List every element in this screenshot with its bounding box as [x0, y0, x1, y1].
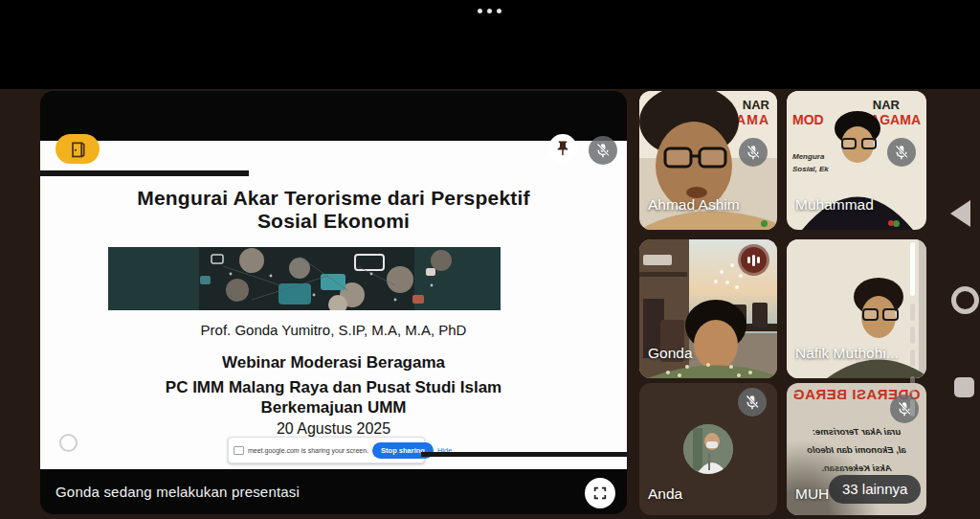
door-reaction-badge — [56, 134, 100, 164]
participant-name: Muhammad — [795, 196, 874, 214]
scrollbar-dash — [910, 327, 915, 344]
scrollbar-dash — [910, 399, 915, 417]
participant-tile-muhammad[interactable]: NAR MOD ERAGAMA Mengura Sosial, Ek Muham… — [787, 91, 926, 230]
slide-event-line2: PC IMM Malang Raya dan Pusat Studi Islam — [40, 378, 627, 397]
participant-name: Gonda — [648, 345, 693, 362]
banner-decor-dot — [893, 220, 900, 227]
fullscreen-icon — [592, 485, 608, 501]
slide-title-line2: Sosial Ekonomi — [257, 210, 410, 232]
meet-call-window: Mengurai Akar Terorisme dari PerspektifS… — [0, 0, 980, 519]
presenting-caption: Gonda sedang melakukan presentasi — [56, 484, 300, 500]
screencast-icon — [234, 446, 244, 455]
slide-divider-bottom — [421, 452, 627, 457]
mic-off-icon — [887, 138, 916, 167]
participants-scrollbar[interactable] — [910, 242, 915, 424]
pushpin-glyph — [554, 140, 571, 157]
participant-name: Anda — [648, 485, 682, 503]
speaking-indicator-icon — [741, 247, 767, 273]
share-banner-message: meet.google.com is sharing your screen. — [248, 447, 368, 454]
faint-slide-control-icon — [59, 434, 78, 452]
mic-off-icon — [589, 136, 617, 165]
slide-event-line3: Berkemajuan UMM — [40, 398, 627, 417]
participant-tile-nafik[interactable]: Nafik Muthohi... — [787, 239, 926, 378]
shared-slide: Mengurai Akar Terorisme dari PerspektifS… — [40, 141, 627, 469]
slide-divider-top — [40, 170, 249, 176]
participant-tile-ahmad-ashim[interactable]: NAR ERAGAMA Ahmad Ashim — [639, 91, 777, 230]
slide-date: 20 Agustus 2025 — [40, 420, 627, 438]
pin-icon[interactable] — [548, 134, 577, 163]
participant-tile-anda-self[interactable]: Anda — [639, 383, 777, 515]
fullscreen-button[interactable] — [585, 478, 615, 508]
slide-title: Mengurai Akar Terorisme dari PerspektifS… — [40, 187, 627, 233]
scrollbar-dash — [910, 350, 915, 367]
mic-off-icon — [739, 138, 768, 167]
more-participants-badge[interactable]: 33 lainnya — [829, 475, 921, 504]
slide-title-line1: Mengurai Akar Terorisme dari Perspektif — [137, 187, 529, 209]
banner-decor-dot — [761, 220, 768, 227]
android-recents-button[interactable] — [954, 377, 974, 397]
android-home-button[interactable] — [951, 286, 979, 314]
scrollbar-thumb[interactable] — [910, 242, 915, 296]
banner-decor-dot — [888, 220, 894, 226]
collage-graphic — [108, 247, 501, 310]
slide-speaker-line: Prof. Gonda Yumitro, S.IP, M.A, M.A, PhD — [40, 322, 627, 338]
participant-tile-muh-overflow[interactable]: ODERASI BERAG urai Akar Terorisme: al, E… — [787, 383, 926, 515]
slide-event-line1: Webinar Moderasi Beragama — [40, 353, 627, 372]
participant-tile-gonda-speaking[interactable]: Gonda — [639, 239, 777, 378]
window-drag-handle-icon[interactable] — [478, 9, 501, 13]
avatar-photo — [683, 424, 733, 474]
screen-share-banner: meet.google.com is sharing your screen. … — [228, 437, 425, 463]
self-avatar — [683, 424, 733, 474]
mic-off-icon — [738, 388, 767, 417]
faces-collage-image — [108, 247, 501, 310]
participant-name: MUH — [795, 485, 829, 503]
participant-name: Ahmad Ashim — [648, 196, 740, 214]
participant-name: Nafik Muthohi... — [795, 345, 899, 362]
scrollbar-dash — [910, 304, 915, 321]
scrollbar-dash — [910, 376, 915, 394]
door-icon — [68, 140, 87, 159]
android-back-button[interactable] — [950, 200, 970, 227]
presentation-tile[interactable]: Mengurai Akar Terorisme dari PerspektifS… — [40, 91, 627, 514]
